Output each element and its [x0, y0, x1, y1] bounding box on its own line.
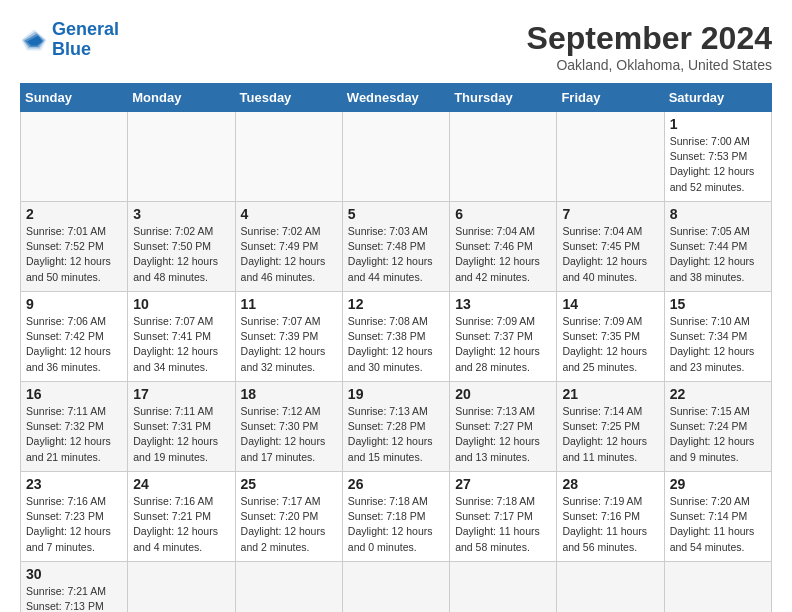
day-info: Sunrise: 7:18 AM Sunset: 7:17 PM Dayligh… — [455, 494, 551, 555]
table-row: 7Sunrise: 7:04 AM Sunset: 7:45 PM Daylig… — [557, 202, 664, 292]
calendar-week-row: 23Sunrise: 7:16 AM Sunset: 7:23 PM Dayli… — [21, 472, 772, 562]
day-info: Sunrise: 7:12 AM Sunset: 7:30 PM Dayligh… — [241, 404, 337, 465]
logo-text-line1: General — [52, 20, 119, 40]
day-number: 18 — [241, 386, 337, 402]
day-number: 27 — [455, 476, 551, 492]
header-monday: Monday — [128, 84, 235, 112]
day-number: 23 — [26, 476, 122, 492]
day-info: Sunrise: 7:06 AM Sunset: 7:42 PM Dayligh… — [26, 314, 122, 375]
day-info: Sunrise: 7:09 AM Sunset: 7:35 PM Dayligh… — [562, 314, 658, 375]
day-number: 7 — [562, 206, 658, 222]
logo: General Blue — [20, 20, 119, 60]
day-info: Sunrise: 7:13 AM Sunset: 7:27 PM Dayligh… — [455, 404, 551, 465]
table-row: 11Sunrise: 7:07 AM Sunset: 7:39 PM Dayli… — [235, 292, 342, 382]
day-number: 25 — [241, 476, 337, 492]
day-info: Sunrise: 7:05 AM Sunset: 7:44 PM Dayligh… — [670, 224, 766, 285]
table-row — [342, 562, 449, 613]
table-row — [235, 562, 342, 613]
calendar-week-row: 16Sunrise: 7:11 AM Sunset: 7:32 PM Dayli… — [21, 382, 772, 472]
day-number: 28 — [562, 476, 658, 492]
day-number: 21 — [562, 386, 658, 402]
calendar-week-row: 2Sunrise: 7:01 AM Sunset: 7:52 PM Daylig… — [21, 202, 772, 292]
day-info: Sunrise: 7:11 AM Sunset: 7:31 PM Dayligh… — [133, 404, 229, 465]
day-number: 16 — [26, 386, 122, 402]
day-number: 11 — [241, 296, 337, 312]
table-row: 29Sunrise: 7:20 AM Sunset: 7:14 PM Dayli… — [664, 472, 771, 562]
table-row — [128, 562, 235, 613]
table-row: 14Sunrise: 7:09 AM Sunset: 7:35 PM Dayli… — [557, 292, 664, 382]
title-section: September 2024 Oakland, Oklahoma, United… — [527, 20, 772, 73]
logo-text-line2: Blue — [52, 40, 119, 60]
day-info: Sunrise: 7:02 AM Sunset: 7:50 PM Dayligh… — [133, 224, 229, 285]
day-number: 14 — [562, 296, 658, 312]
table-row: 4Sunrise: 7:02 AM Sunset: 7:49 PM Daylig… — [235, 202, 342, 292]
day-number: 30 — [26, 566, 122, 582]
table-row — [557, 112, 664, 202]
table-row: 2Sunrise: 7:01 AM Sunset: 7:52 PM Daylig… — [21, 202, 128, 292]
table-row: 8Sunrise: 7:05 AM Sunset: 7:44 PM Daylig… — [664, 202, 771, 292]
page-header: General Blue September 2024 Oakland, Okl… — [20, 20, 772, 73]
day-info: Sunrise: 7:13 AM Sunset: 7:28 PM Dayligh… — [348, 404, 444, 465]
table-row: 18Sunrise: 7:12 AM Sunset: 7:30 PM Dayli… — [235, 382, 342, 472]
table-row: 15Sunrise: 7:10 AM Sunset: 7:34 PM Dayli… — [664, 292, 771, 382]
table-row: 22Sunrise: 7:15 AM Sunset: 7:24 PM Dayli… — [664, 382, 771, 472]
table-row — [450, 112, 557, 202]
day-info: Sunrise: 7:18 AM Sunset: 7:18 PM Dayligh… — [348, 494, 444, 555]
day-info: Sunrise: 7:14 AM Sunset: 7:25 PM Dayligh… — [562, 404, 658, 465]
day-number: 4 — [241, 206, 337, 222]
day-number: 1 — [670, 116, 766, 132]
day-info: Sunrise: 7:15 AM Sunset: 7:24 PM Dayligh… — [670, 404, 766, 465]
table-row: 30Sunrise: 7:21 AM Sunset: 7:13 PM Dayli… — [21, 562, 128, 613]
day-number: 3 — [133, 206, 229, 222]
day-info: Sunrise: 7:03 AM Sunset: 7:48 PM Dayligh… — [348, 224, 444, 285]
table-row — [342, 112, 449, 202]
table-row: 19Sunrise: 7:13 AM Sunset: 7:28 PM Dayli… — [342, 382, 449, 472]
header-friday: Friday — [557, 84, 664, 112]
table-row: 5Sunrise: 7:03 AM Sunset: 7:48 PM Daylig… — [342, 202, 449, 292]
table-row: 12Sunrise: 7:08 AM Sunset: 7:38 PM Dayli… — [342, 292, 449, 382]
day-number: 29 — [670, 476, 766, 492]
day-info: Sunrise: 7:20 AM Sunset: 7:14 PM Dayligh… — [670, 494, 766, 555]
table-row: 3Sunrise: 7:02 AM Sunset: 7:50 PM Daylig… — [128, 202, 235, 292]
day-number: 2 — [26, 206, 122, 222]
day-info: Sunrise: 7:07 AM Sunset: 7:41 PM Dayligh… — [133, 314, 229, 375]
day-info: Sunrise: 7:16 AM Sunset: 7:23 PM Dayligh… — [26, 494, 122, 555]
day-info: Sunrise: 7:17 AM Sunset: 7:20 PM Dayligh… — [241, 494, 337, 555]
table-row: 10Sunrise: 7:07 AM Sunset: 7:41 PM Dayli… — [128, 292, 235, 382]
table-row — [128, 112, 235, 202]
table-row — [21, 112, 128, 202]
day-number: 5 — [348, 206, 444, 222]
calendar-header-row: Sunday Monday Tuesday Wednesday Thursday… — [21, 84, 772, 112]
day-number: 15 — [670, 296, 766, 312]
header-tuesday: Tuesday — [235, 84, 342, 112]
table-row: 21Sunrise: 7:14 AM Sunset: 7:25 PM Dayli… — [557, 382, 664, 472]
table-row: 13Sunrise: 7:09 AM Sunset: 7:37 PM Dayli… — [450, 292, 557, 382]
day-info: Sunrise: 7:01 AM Sunset: 7:52 PM Dayligh… — [26, 224, 122, 285]
table-row: 16Sunrise: 7:11 AM Sunset: 7:32 PM Dayli… — [21, 382, 128, 472]
logo-icon — [20, 26, 48, 54]
day-info: Sunrise: 7:10 AM Sunset: 7:34 PM Dayligh… — [670, 314, 766, 375]
day-info: Sunrise: 7:04 AM Sunset: 7:46 PM Dayligh… — [455, 224, 551, 285]
calendar-table: Sunday Monday Tuesday Wednesday Thursday… — [20, 83, 772, 612]
day-info: Sunrise: 7:19 AM Sunset: 7:16 PM Dayligh… — [562, 494, 658, 555]
header-sunday: Sunday — [21, 84, 128, 112]
header-wednesday: Wednesday — [342, 84, 449, 112]
table-row: 17Sunrise: 7:11 AM Sunset: 7:31 PM Dayli… — [128, 382, 235, 472]
table-row: 26Sunrise: 7:18 AM Sunset: 7:18 PM Dayli… — [342, 472, 449, 562]
day-number: 19 — [348, 386, 444, 402]
table-row: 25Sunrise: 7:17 AM Sunset: 7:20 PM Dayli… — [235, 472, 342, 562]
day-number: 10 — [133, 296, 229, 312]
day-number: 24 — [133, 476, 229, 492]
day-number: 26 — [348, 476, 444, 492]
day-info: Sunrise: 7:07 AM Sunset: 7:39 PM Dayligh… — [241, 314, 337, 375]
table-row: 23Sunrise: 7:16 AM Sunset: 7:23 PM Dayli… — [21, 472, 128, 562]
calendar-week-row: 1Sunrise: 7:00 AM Sunset: 7:53 PM Daylig… — [21, 112, 772, 202]
day-info: Sunrise: 7:16 AM Sunset: 7:21 PM Dayligh… — [133, 494, 229, 555]
day-info: Sunrise: 7:00 AM Sunset: 7:53 PM Dayligh… — [670, 134, 766, 195]
table-row: 20Sunrise: 7:13 AM Sunset: 7:27 PM Dayli… — [450, 382, 557, 472]
day-number: 9 — [26, 296, 122, 312]
day-info: Sunrise: 7:09 AM Sunset: 7:37 PM Dayligh… — [455, 314, 551, 375]
table-row: 1Sunrise: 7:00 AM Sunset: 7:53 PM Daylig… — [664, 112, 771, 202]
table-row: 24Sunrise: 7:16 AM Sunset: 7:21 PM Dayli… — [128, 472, 235, 562]
day-number: 17 — [133, 386, 229, 402]
